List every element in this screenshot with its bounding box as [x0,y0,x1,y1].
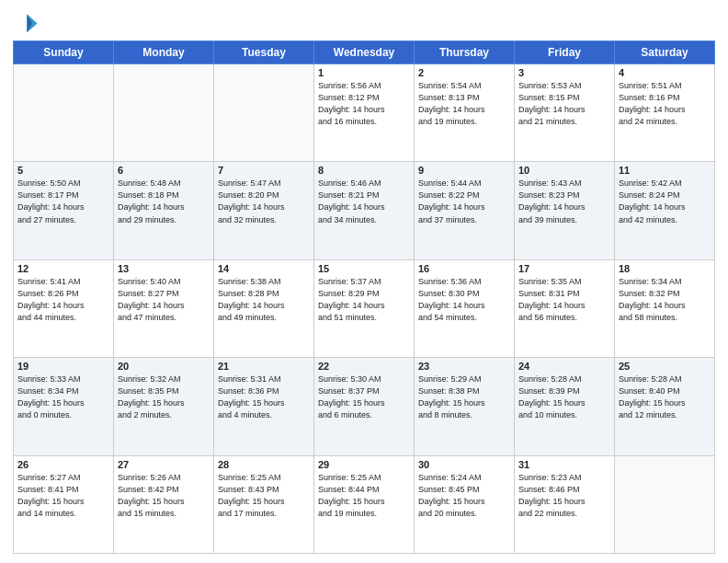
day-number: 11 [619,165,711,176]
logo [13,9,42,35]
week-row-1: 1Sunrise: 5:56 AM Sunset: 8:12 PM Daylig… [14,64,715,162]
calendar-cell: 8Sunrise: 5:46 AM Sunset: 8:21 PM Daylig… [314,162,415,259]
calendar-cell: 14Sunrise: 5:38 AM Sunset: 8:28 PM Dayli… [214,259,314,357]
day-info: Sunrise: 5:29 AM Sunset: 8:38 PM Dayligh… [418,373,510,421]
week-row-2: 5Sunrise: 5:50 AM Sunset: 8:17 PM Daylig… [14,162,715,259]
day-info: Sunrise: 5:44 AM Sunset: 8:22 PM Dayligh… [418,178,510,225]
calendar-cell: 4Sunrise: 5:51 AM Sunset: 8:16 PM Daylig… [615,64,715,162]
day-info: Sunrise: 5:23 AM Sunset: 8:46 PM Dayligh… [518,472,610,520]
day-number: 14 [218,263,310,274]
day-info: Sunrise: 5:56 AM Sunset: 8:12 PM Dayligh… [318,80,410,128]
day-number: 4 [619,67,711,78]
calendar-table: SundayMondayTuesdayWednesdayThursdayFrid… [13,40,715,554]
weekday-header-wednesday: Wednesday [314,41,415,64]
calendar-cell: 12Sunrise: 5:41 AM Sunset: 8:26 PM Dayli… [14,259,114,357]
weekday-header-sunday: Sunday [14,41,114,64]
calendar-cell: 20Sunrise: 5:32 AM Sunset: 8:35 PM Dayli… [114,358,214,455]
day-number: 10 [518,165,610,176]
day-number: 26 [17,459,109,470]
calendar-cell: 24Sunrise: 5:28 AM Sunset: 8:39 PM Dayli… [515,358,615,455]
day-number: 20 [118,361,210,372]
day-info: Sunrise: 5:46 AM Sunset: 8:21 PM Dayligh… [318,178,410,225]
calendar-cell: 3Sunrise: 5:53 AM Sunset: 8:15 PM Daylig… [515,64,615,162]
day-info: Sunrise: 5:30 AM Sunset: 8:37 PM Dayligh… [318,373,410,421]
calendar-cell: 10Sunrise: 5:43 AM Sunset: 8:23 PM Dayli… [515,162,615,259]
calendar-cell [214,64,314,162]
day-info: Sunrise: 5:25 AM Sunset: 8:43 PM Dayligh… [218,472,310,520]
calendar-cell: 28Sunrise: 5:25 AM Sunset: 8:43 PM Dayli… [214,455,314,553]
weekday-header-row: SundayMondayTuesdayWednesdayThursdayFrid… [14,41,715,64]
calendar-cell: 1Sunrise: 5:56 AM Sunset: 8:12 PM Daylig… [314,64,415,162]
day-number: 22 [318,361,410,372]
day-number: 9 [418,165,510,176]
calendar-cell: 15Sunrise: 5:37 AM Sunset: 8:29 PM Dayli… [314,259,415,357]
day-info: Sunrise: 5:40 AM Sunset: 8:27 PM Dayligh… [118,276,210,324]
day-info: Sunrise: 5:53 AM Sunset: 8:15 PM Dayligh… [518,80,610,128]
day-info: Sunrise: 5:28 AM Sunset: 8:39 PM Dayligh… [518,373,610,421]
calendar-cell [114,64,214,162]
day-number: 15 [318,263,410,274]
day-info: Sunrise: 5:32 AM Sunset: 8:35 PM Dayligh… [118,373,210,421]
calendar-cell: 31Sunrise: 5:23 AM Sunset: 8:46 PM Dayli… [515,455,615,553]
day-number: 25 [619,361,711,372]
day-info: Sunrise: 5:27 AM Sunset: 8:41 PM Dayligh… [17,472,109,520]
day-info: Sunrise: 5:48 AM Sunset: 8:18 PM Dayligh… [118,178,210,225]
weekday-header-saturday: Saturday [615,41,715,64]
day-info: Sunrise: 5:51 AM Sunset: 8:16 PM Dayligh… [619,80,711,128]
day-number: 16 [418,263,510,274]
day-info: Sunrise: 5:26 AM Sunset: 8:42 PM Dayligh… [118,472,210,520]
day-number: 27 [118,459,210,470]
calendar-cell: 29Sunrise: 5:25 AM Sunset: 8:44 PM Dayli… [314,455,415,553]
day-number: 18 [619,263,711,274]
day-number: 19 [17,361,109,372]
calendar-cell: 27Sunrise: 5:26 AM Sunset: 8:42 PM Dayli… [114,455,214,553]
day-number: 3 [518,67,610,78]
week-row-3: 12Sunrise: 5:41 AM Sunset: 8:26 PM Dayli… [14,259,715,357]
weekday-header-tuesday: Tuesday [214,41,314,64]
day-number: 29 [318,459,410,470]
calendar-cell: 17Sunrise: 5:35 AM Sunset: 8:31 PM Dayli… [515,259,615,357]
calendar-cell: 16Sunrise: 5:36 AM Sunset: 8:30 PM Dayli… [415,259,515,357]
weekday-header-monday: Monday [114,41,214,64]
calendar-cell: 19Sunrise: 5:33 AM Sunset: 8:34 PM Dayli… [14,358,114,455]
calendar-cell: 23Sunrise: 5:29 AM Sunset: 8:38 PM Dayli… [415,358,515,455]
day-info: Sunrise: 5:37 AM Sunset: 8:29 PM Dayligh… [318,276,410,324]
day-number: 21 [218,361,310,372]
calendar-cell: 2Sunrise: 5:54 AM Sunset: 8:13 PM Daylig… [415,64,515,162]
day-number: 17 [518,263,610,274]
day-info: Sunrise: 5:34 AM Sunset: 8:32 PM Dayligh… [619,276,711,324]
day-info: Sunrise: 5:36 AM Sunset: 8:30 PM Dayligh… [418,276,510,324]
calendar-cell: 7Sunrise: 5:47 AM Sunset: 8:20 PM Daylig… [214,162,314,259]
calendar-cell: 30Sunrise: 5:24 AM Sunset: 8:45 PM Dayli… [415,455,515,553]
calendar-cell: 13Sunrise: 5:40 AM Sunset: 8:27 PM Dayli… [114,259,214,357]
day-number: 6 [118,165,210,176]
day-number: 23 [418,361,510,372]
weekday-header-friday: Friday [515,41,615,64]
day-number: 12 [17,263,109,274]
calendar-cell: 9Sunrise: 5:44 AM Sunset: 8:22 PM Daylig… [415,162,515,259]
day-number: 24 [518,361,610,372]
day-info: Sunrise: 5:47 AM Sunset: 8:20 PM Dayligh… [218,178,310,225]
day-info: Sunrise: 5:54 AM Sunset: 8:13 PM Dayligh… [418,80,510,128]
day-number: 13 [118,263,210,274]
day-number: 31 [518,459,610,470]
day-info: Sunrise: 5:38 AM Sunset: 8:28 PM Dayligh… [218,276,310,324]
day-info: Sunrise: 5:31 AM Sunset: 8:36 PM Dayligh… [218,373,310,421]
day-number: 5 [17,165,109,176]
day-number: 2 [418,67,510,78]
calendar-cell: 11Sunrise: 5:42 AM Sunset: 8:24 PM Dayli… [615,162,715,259]
calendar-cell [615,455,715,553]
week-row-5: 26Sunrise: 5:27 AM Sunset: 8:41 PM Dayli… [14,455,715,553]
day-number: 30 [418,459,510,470]
day-number: 7 [218,165,310,176]
day-info: Sunrise: 5:24 AM Sunset: 8:45 PM Dayligh… [418,472,510,520]
calendar-cell: 22Sunrise: 5:30 AM Sunset: 8:37 PM Dayli… [314,358,415,455]
calendar-cell: 26Sunrise: 5:27 AM Sunset: 8:41 PM Dayli… [14,455,114,553]
calendar-cell: 21Sunrise: 5:31 AM Sunset: 8:36 PM Dayli… [214,358,314,455]
day-number: 28 [218,459,310,470]
day-info: Sunrise: 5:42 AM Sunset: 8:24 PM Dayligh… [619,178,711,225]
day-info: Sunrise: 5:28 AM Sunset: 8:40 PM Dayligh… [619,373,711,421]
calendar-cell: 6Sunrise: 5:48 AM Sunset: 8:18 PM Daylig… [114,162,214,259]
calendar-cell [14,64,114,162]
day-info: Sunrise: 5:25 AM Sunset: 8:44 PM Dayligh… [318,472,410,520]
